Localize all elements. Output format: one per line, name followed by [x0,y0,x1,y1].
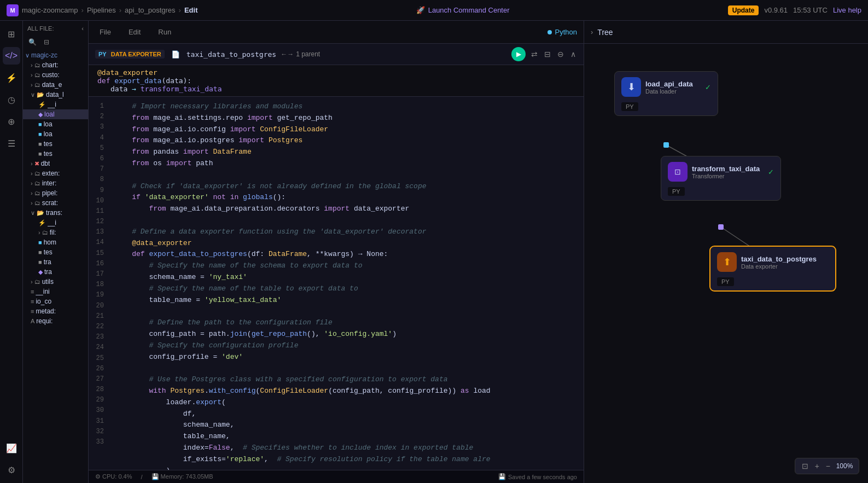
chevron-right-icon: › [31,160,33,167]
hide-icon[interactable]: ⊖ [556,49,565,60]
tree-zoom-controls: ⊡ + − 100% [795,458,859,474]
chevron-down-icon: ∨ [25,52,30,59]
main-layout: ⊞ </> ⚡ ◷ ⊕ ☰ 📈 ⚙ ALL FILE: ‹ 🔍 ⊟ ∨ magi… [0,21,868,483]
list-item[interactable]: › ✖ dbt [23,159,88,168]
sidebar-code-icon[interactable]: </> [3,47,20,65]
list-item[interactable]: ⚡ __i [23,218,88,228]
list-item[interactable]: ∨ 📂 trans: [23,208,88,218]
file-list-icon: ≡ [31,298,34,305]
topbar-center: 🚀 Launch Command Center [411,4,515,16]
tab-edit[interactable]: Edit [124,26,145,38]
list-item[interactable]: ■ tes [23,247,88,257]
chevron-right-icon: › [31,190,33,196]
chevron-right-icon: › [31,62,33,68]
tab-file[interactable]: File [95,26,115,38]
zoom-fit-button[interactable]: ⊡ [800,461,811,472]
list-item[interactable]: ∨ magic-zc [23,50,88,60]
code-editor[interactable]: 12345 678910 1112131415 1617181920 21222… [89,97,584,470]
list-item[interactable]: › 🗂 fil: [23,228,88,237]
list-item[interactable]: ◆ loal [23,109,88,119]
list-item[interactable]: ■ tra [23,257,88,267]
file-list-icon: ≡ [31,288,34,295]
folder-icon: 🗂 [34,278,40,285]
list-item[interactable]: › 🗂 scrat: [23,198,88,208]
file-icon: ■ [38,239,42,246]
node-taxi-data-to-postgres[interactable]: ⬆ taxi_data_to_postgres Data exporter PY [710,246,836,291]
list-item[interactable]: › 🗂 custo: [23,70,88,80]
code-content: # Import necessary libraries and modules… [108,97,584,470]
chevron-right-icon: › [31,278,33,285]
python-badge-container: Python [547,28,577,36]
tree-panel: › Tree ⬇ load_api_data [584,21,868,483]
rocket-icon: 🚀 [416,6,425,14]
sidebar-settings-icon[interactable]: ⚙ [3,461,20,479]
list-item[interactable]: › 🗂 inter: [23,178,88,188]
sidebar-grid-icon[interactable]: ⊞ [3,25,20,43]
list-item[interactable]: A requi: [23,316,88,326]
zoom-in-button[interactable]: + [813,461,822,472]
folder-icon: 🗂 [34,190,40,196]
list-item[interactable]: ⚡ __i [23,100,88,109]
list-item[interactable]: › 🗂 chart: [23,60,88,70]
sidebar-lightning-icon[interactable]: ⚡ [3,69,20,86]
expand-icon[interactable]: ∧ [569,49,577,60]
chevron-right-icon: › [31,200,33,206]
list-item[interactable]: ∨ 📂 data_l [23,90,88,100]
chevron-right-icon: › [31,170,33,177]
list-item[interactable]: ■ tes [23,139,88,149]
file-search-row: 🔍 ⊟ [23,34,88,50]
live-help-button[interactable]: Live help [833,6,861,14]
check-icon: ✓ [705,83,711,91]
sidebar-list-icon[interactable]: ☰ [3,135,20,152]
folder-icon: 🗂 [34,72,40,78]
check-icon: ✓ [768,168,774,176]
memory-status: 💾 Memory: 743.05MB [152,473,213,480]
status-bar: ⚙ CPU: 0.4% / 💾 Memory: 743.05MB 💾 Saved… [89,470,584,483]
search-icon[interactable]: 🔍 [26,36,38,48]
list-item[interactable]: ■ tes [23,149,88,159]
chevron-right-icon: › [591,28,593,36]
folder-icon: 🗂 [34,62,40,68]
file-sidebar: ALL FILE: ‹ 🔍 ⊟ ∨ magic-zc › 🗂 chart: › … [23,21,89,483]
list-item[interactable]: ■ loa [23,119,88,129]
version-label: v0.9.61 [764,6,788,14]
sidebar-globe-icon[interactable]: ⊕ [3,113,20,130]
sidebar-chart-icon[interactable]: 📈 [3,439,20,457]
zoom-level-label: 100% [835,462,854,470]
launch-command-center-button[interactable]: 🚀 Launch Command Center [411,4,515,16]
filter-icon[interactable]: ⊟ [40,36,53,48]
run-block-button[interactable]: ▶ [511,47,526,61]
node-load-api-data[interactable]: ⬇ load_api_data Data loader ✓ PY [614,71,718,116]
spark-icon: ⚡ [38,219,46,226]
node-transform-taxi-data[interactable]: ⊡ transform_taxi_data Transformer ✓ PY [661,156,781,201]
diamond-icon: ◆ [38,111,43,118]
list-item[interactable]: ≡ io_co [23,296,88,306]
list-item[interactable]: › 🗂 data_e [23,80,88,90]
list-item[interactable]: › 🗂 utils [23,277,88,287]
list-item[interactable]: ■ loa [23,129,88,139]
list-item[interactable]: ■ hom [23,237,88,247]
transformer-icon: ⊡ [668,162,688,182]
python-label: Python [555,28,577,36]
tree-panel-header: › Tree [584,21,868,44]
block-header: PY DATA EXPORTER 📄 taxi_data_to_postgres… [89,44,584,65]
file-list-icon: ≡ [31,308,34,315]
list-item[interactable]: ◆ tra [23,267,88,277]
app-logo: M [7,4,19,16]
transform-icon[interactable]: ⇄ [530,49,539,60]
zoom-out-button[interactable]: − [824,461,832,472]
tab-run[interactable]: Run [154,26,176,38]
diamond-icon: ◆ [38,269,43,276]
update-badge[interactable]: Update [728,5,759,15]
block-name: taxi_data_to_postgres [187,50,276,59]
list-item[interactable]: ≡ __ini [23,287,88,296]
sliders-icon[interactable]: ⊟ [543,49,552,60]
list-item[interactable]: › 🗂 pipel: [23,188,88,198]
list-item[interactable]: ≡ metad: [23,306,88,316]
sidebar-clock-icon[interactable]: ◷ [3,91,20,108]
spark-icon: ⚡ [38,101,46,108]
list-item[interactable]: › 🗂 exten: [23,168,88,178]
tree-canvas: ⬇ load_api_data Data loader ✓ PY ⊡ trans… [584,44,868,483]
collapse-icon[interactable]: ‹ [81,25,84,32]
editor-tabs: File Edit Run Python [89,21,584,44]
